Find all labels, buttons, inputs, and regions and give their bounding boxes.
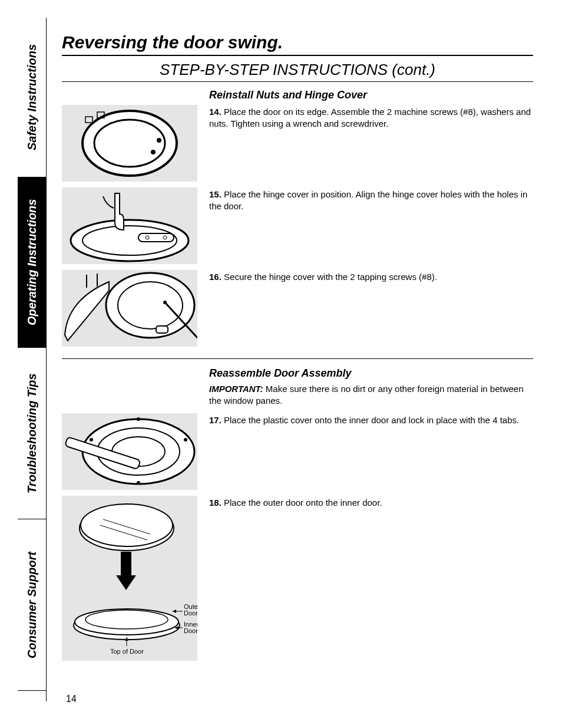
svg-point-2 xyxy=(151,150,156,154)
svg-rect-8 xyxy=(138,233,174,242)
step-number: 18. xyxy=(209,498,222,508)
svg-text:Door: Door xyxy=(184,610,197,617)
svg-rect-15 xyxy=(156,326,168,333)
step-row: 17. Place the plastic cover onto the inn… xyxy=(62,413,533,490)
step-number: 17. xyxy=(209,415,222,425)
svg-rect-4 xyxy=(85,117,92,123)
step-row: 14. Place the door on its edge. Assemble… xyxy=(62,105,533,182)
section-reinstall: Reinstall Nuts and Hinge Cover 14. Place… xyxy=(62,89,533,353)
step-row: 15. Place the hinge cover in position. A… xyxy=(62,187,533,264)
important-note: IMPORTANT: Make sure there is no dirt or… xyxy=(209,383,533,407)
step-row: 16. Secure the hinge cover with the 2 ta… xyxy=(62,270,533,347)
step-number: 15. xyxy=(209,189,222,199)
illustration-step15 xyxy=(62,187,197,264)
tab-troubleshooting: Troubleshooting Tips xyxy=(18,348,46,519)
important-label: IMPORTANT: xyxy=(209,384,263,394)
step-row: Outer Door Inner Door Top of Door 18. Pl… xyxy=(62,496,533,661)
step-text: 15. Place the hinge cover in position. A… xyxy=(209,187,533,213)
page-number: 14 xyxy=(66,694,77,704)
step-number: 16. xyxy=(209,272,222,282)
svg-point-27 xyxy=(81,504,173,546)
tab-consumer-support: Consumer Support xyxy=(18,519,46,691)
step-text: 18. Place the outer door onto the inner … xyxy=(209,496,533,509)
svg-marker-31 xyxy=(116,575,136,590)
svg-text:Door: Door xyxy=(184,627,197,634)
tab-operating: Operating Instructions xyxy=(18,177,46,348)
svg-point-3 xyxy=(157,138,161,143)
svg-point-22 xyxy=(90,438,93,442)
section-reassemble: Reassemble Door Assembly IMPORTANT: Make… xyxy=(62,367,533,667)
svg-rect-30 xyxy=(121,552,131,575)
section-header: Reassemble Door Assembly xyxy=(209,367,533,380)
step-text: 14. Place the door on its edge. Assemble… xyxy=(209,105,533,130)
step-text: 17. Place the plastic cover onto the inn… xyxy=(209,413,533,426)
step-body: Place the door on its edge. Assemble the… xyxy=(209,107,531,129)
page-title: Reversing the door swing. xyxy=(62,32,533,56)
page-subtitle: STEP-BY-STEP INSTRUCTIONS (cont.) xyxy=(62,61,533,82)
sidebar-tabs: Safety Instructions Operating Instructio… xyxy=(18,18,47,701)
illustration-step14 xyxy=(62,105,197,182)
section-header: Reinstall Nuts and Hinge Cover xyxy=(209,89,533,101)
step-number: 14. xyxy=(209,107,222,117)
step-body: Place the hinge cover in position. Align… xyxy=(209,189,527,211)
illustration-step18: Outer Door Inner Door Top of Door xyxy=(62,496,197,661)
svg-point-33 xyxy=(75,609,178,635)
section-divider xyxy=(62,358,533,359)
svg-marker-36 xyxy=(173,610,176,613)
tab-safety: Safety Instructions xyxy=(18,18,46,177)
step-body: Place the outer door onto the inner door… xyxy=(224,498,382,508)
svg-point-25 xyxy=(137,481,140,485)
step-body: Secure the hinge cover with the 2 tappin… xyxy=(224,272,437,282)
illustration-step16 xyxy=(62,270,197,347)
step-body: Place the plastic cover onto the inner d… xyxy=(224,415,519,425)
page-content: Reversing the door swing. STEP-BY-STEP I… xyxy=(62,32,533,667)
svg-point-23 xyxy=(184,438,187,442)
svg-point-11 xyxy=(106,273,194,338)
label-top-of-door: Top of Door xyxy=(110,648,144,655)
svg-point-24 xyxy=(137,417,140,421)
illustration-step17 xyxy=(62,413,197,490)
step-text: 16. Secure the hinge cover with the 2 ta… xyxy=(209,270,533,283)
